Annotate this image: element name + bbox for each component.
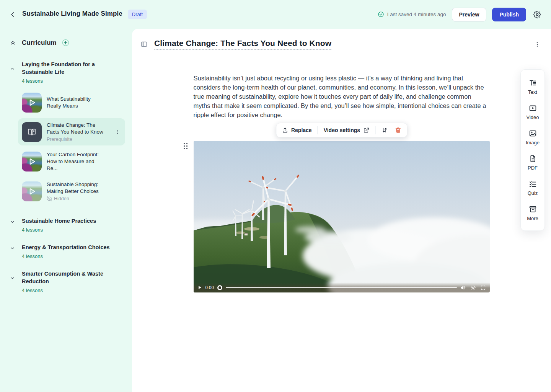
chevron-up-icon xyxy=(10,66,15,72)
settings-button[interactable] xyxy=(532,9,543,20)
section-header[interactable]: Smarter Consumption & Waste Reduction 4 … xyxy=(7,270,125,293)
curriculum-section: Energy & Transportation Choices 4 lesson… xyxy=(7,243,125,259)
fullscreen-button[interactable] xyxy=(480,285,486,291)
curriculum-section: Sustainable Home Practices 4 lessons xyxy=(7,217,125,233)
panel-layout-icon xyxy=(140,41,148,48)
plus-circle-icon xyxy=(62,39,70,47)
section-header[interactable]: Sustainable Home Practices 4 lessons xyxy=(7,217,125,233)
collapse-all-button[interactable] xyxy=(10,39,16,46)
external-link-icon xyxy=(363,127,369,133)
topbar: Sustainable Living Made Simple Draft Las… xyxy=(0,0,551,29)
curriculum-section: Smarter Consumption & Waste Reduction 4 … xyxy=(7,270,125,293)
more-blocks-button[interactable]: More xyxy=(521,201,544,226)
chevron-left-icon xyxy=(9,11,16,18)
trash-icon xyxy=(395,127,401,134)
check-circle-icon xyxy=(378,11,384,18)
lesson-title: Your Carbon Footprint: How to Measure an… xyxy=(47,151,104,172)
player-settings-button[interactable] xyxy=(470,285,476,291)
reading-lesson-badge xyxy=(22,122,42,142)
delete-block-button[interactable] xyxy=(394,126,402,134)
archive-box-icon xyxy=(529,205,537,213)
speaker-icon xyxy=(460,285,466,291)
play-icon xyxy=(22,152,42,172)
video-block-icon xyxy=(529,104,537,112)
fullscreen-icon xyxy=(480,285,486,291)
lesson-editor-panel: Climate Change: The Facts You Need to Kn… xyxy=(132,29,551,392)
curriculum-sidebar: Curriculum Laying the Foundation for a S… xyxy=(0,29,132,392)
quiz-block-icon xyxy=(529,180,537,188)
add-image-block-button[interactable]: Image xyxy=(521,125,544,150)
curriculum-section: Laying the Foundation for a Sustainable … xyxy=(7,60,125,205)
save-status-text: Last saved 4 minutes ago xyxy=(387,11,446,17)
gear-icon xyxy=(533,11,541,18)
add-pdf-block-button[interactable]: PDF xyxy=(521,150,544,175)
text-block-icon xyxy=(529,79,537,87)
save-status: Last saved 4 minutes ago xyxy=(378,11,446,18)
lesson-item-hidden[interactable]: Sustainable Shopping: Making Better Choi… xyxy=(18,178,125,205)
toolbar-divider xyxy=(375,126,375,134)
section-lesson-count: 4 lessons xyxy=(22,78,114,84)
lesson-video-thumbnail xyxy=(22,93,42,113)
play-icon xyxy=(22,93,42,113)
curriculum-heading: Curriculum xyxy=(22,39,57,47)
image-block-icon xyxy=(529,129,537,137)
lesson-title: Climate Change: The Facts You Need to Kn… xyxy=(47,122,104,136)
chevron-down-icon xyxy=(10,275,15,281)
toolbar-divider xyxy=(318,126,318,134)
seek-bar[interactable] xyxy=(226,287,457,288)
sun-settings-icon xyxy=(470,285,476,291)
double-chevron-up-icon xyxy=(10,39,16,46)
add-quiz-block-button[interactable]: Quiz xyxy=(521,175,544,201)
pdf-block-icon xyxy=(529,155,537,163)
back-button[interactable] xyxy=(8,10,18,20)
toggle-sidebar-button[interactable] xyxy=(139,39,149,49)
open-book-icon xyxy=(27,127,36,137)
add-text-block-button[interactable]: Text xyxy=(521,74,544,100)
section-title: Laying the Foundation for a Sustainable … xyxy=(22,60,114,76)
preview-button[interactable]: Preview xyxy=(452,8,487,21)
arrows-down-up-icon xyxy=(381,127,388,134)
block-drag-handle[interactable] xyxy=(184,143,189,151)
section-lesson-count: 4 lessons xyxy=(22,227,96,233)
status-badge: Draft xyxy=(128,10,147,19)
replace-video-button[interactable]: Replace xyxy=(281,126,313,134)
video-settings-button[interactable]: Video settings xyxy=(323,126,370,134)
volume-button[interactable] xyxy=(460,285,466,291)
add-video-block-button[interactable]: Video xyxy=(521,100,544,125)
lesson-meta-hidden: Hidden xyxy=(54,196,69,201)
lesson-options-button[interactable] xyxy=(533,40,542,49)
video-block: Replace Video settings xyxy=(194,141,490,292)
lesson-item[interactable]: Your Carbon Footprint: How to Measure an… xyxy=(18,148,125,175)
publish-button[interactable]: Publish xyxy=(492,8,526,21)
lesson-title: Sustainable Shopping: Making Better Choi… xyxy=(47,181,104,195)
lesson-page-title[interactable]: Climate Change: The Facts You Need to Kn… xyxy=(154,39,331,50)
kebab-vertical-icon xyxy=(534,41,540,47)
lesson-title: What Sustainability Really Means xyxy=(47,96,104,109)
add-curriculum-button[interactable] xyxy=(62,39,70,47)
section-lesson-count: 4 lessons xyxy=(22,253,110,259)
play-icon xyxy=(22,181,42,201)
video-player[interactable]: 0:00 xyxy=(194,141,490,292)
video-poster-wind-turbines xyxy=(194,141,490,292)
section-title: Sustainable Home Practices xyxy=(22,217,96,225)
section-title: Smarter Consumption & Waste Reduction xyxy=(22,270,114,285)
section-header[interactable]: Laying the Foundation for a Sustainable … xyxy=(7,60,125,84)
kebab-vertical-icon xyxy=(115,129,121,135)
video-block-toolbar: Replace Video settings xyxy=(276,123,407,137)
course-title[interactable]: Sustainable Living Made Simple xyxy=(22,10,122,19)
lesson-meta-prerequisite: Prerequisite xyxy=(47,137,109,142)
seek-handle[interactable] xyxy=(217,285,222,290)
lesson-intro-paragraph[interactable]: Sustainability isn’t just about recyclin… xyxy=(194,74,490,119)
section-header[interactable]: Energy & Transportation Choices 4 lesson… xyxy=(7,243,125,259)
lesson-video-thumbnail xyxy=(22,152,42,172)
play-button[interactable] xyxy=(197,285,202,290)
lesson-item[interactable]: What Sustainability Really Means xyxy=(18,89,125,116)
chevron-down-icon xyxy=(10,219,15,225)
lesson-menu-button[interactable] xyxy=(114,128,121,136)
reorder-block-button[interactable] xyxy=(380,126,389,134)
upload-icon xyxy=(282,127,288,134)
lesson-item-selected[interactable]: Climate Change: The Facts You Need to Kn… xyxy=(18,118,125,145)
play-icon xyxy=(197,285,202,290)
eye-off-icon xyxy=(47,196,52,201)
section-lesson-count: 4 lessons xyxy=(22,287,114,293)
